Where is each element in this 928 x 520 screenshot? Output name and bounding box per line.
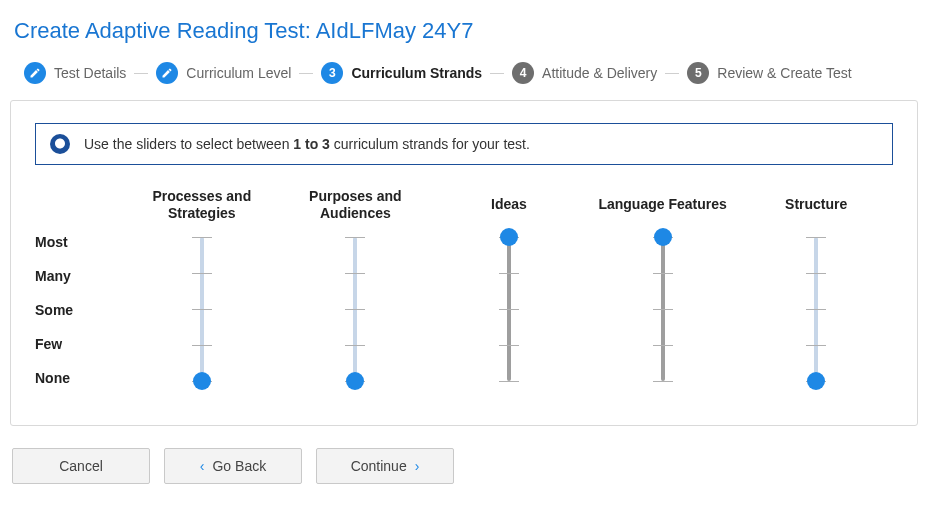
strand-label: Structure — [779, 185, 853, 225]
slider-tick — [192, 309, 212, 310]
scale-label-most: Most — [35, 234, 121, 250]
step-number-icon: 4 — [512, 62, 534, 84]
slider-thumb[interactable] — [500, 228, 518, 246]
strand-slider[interactable] — [125, 229, 279, 389]
step-label: Curriculum Strands — [351, 65, 482, 81]
page-title: Create Adaptive Reading Test: AIdLFMay 2… — [10, 12, 918, 62]
slider-tick — [499, 273, 519, 274]
slider-tick — [345, 309, 365, 310]
step-connector — [490, 73, 504, 74]
chevron-left-icon: ‹ — [200, 458, 205, 474]
cancel-button[interactable]: Cancel — [12, 448, 150, 484]
info-prefix: Use the sliders to select between — [84, 136, 293, 152]
chevron-right-icon: › — [415, 458, 420, 474]
slider-tick — [499, 381, 519, 382]
slider-tick — [345, 345, 365, 346]
step-label: Review & Create Test — [717, 65, 851, 81]
slider-tick — [806, 309, 826, 310]
step-connector — [134, 73, 148, 74]
strand-column: Structure — [739, 185, 893, 389]
continue-button[interactable]: Continue › — [316, 448, 454, 484]
step-curriculum-strands[interactable]: 3 Curriculum Strands — [321, 62, 482, 84]
strand-column: Purposes and Audiences — [279, 185, 433, 389]
info-bold: 1 to 3 — [293, 136, 330, 152]
slider-tick — [499, 345, 519, 346]
continue-label: Continue — [351, 458, 407, 474]
strands-panel: Use the sliders to select between 1 to 3… — [10, 100, 918, 426]
strand-column: Ideas — [432, 185, 586, 389]
action-bar: Cancel ‹ Go Back Continue › — [10, 448, 918, 484]
slider-tick — [192, 273, 212, 274]
pencil-icon — [24, 62, 46, 84]
step-curriculum-level[interactable]: Curriculum Level — [156, 62, 291, 84]
slider-thumb[interactable] — [346, 372, 364, 390]
go-back-button[interactable]: ‹ Go Back — [164, 448, 302, 484]
strand-slider[interactable] — [586, 229, 740, 389]
step-review-create[interactable]: 5 Review & Create Test — [687, 62, 851, 84]
info-icon — [50, 134, 70, 154]
step-test-details[interactable]: Test Details — [24, 62, 126, 84]
step-attitude-delivery[interactable]: 4 Attitude & Delivery — [512, 62, 657, 84]
stepper: Test Details Curriculum Level 3 Curricul… — [10, 62, 918, 100]
strand-slider[interactable] — [432, 229, 586, 389]
slider-tick — [806, 345, 826, 346]
go-back-label: Go Back — [212, 458, 266, 474]
slider-tick — [192, 345, 212, 346]
step-number-icon: 3 — [321, 62, 343, 84]
slider-tick — [192, 237, 212, 238]
info-suffix: curriculum strands for your test. — [330, 136, 530, 152]
strand-label: Purposes and Audiences — [279, 185, 433, 225]
scale-label-few: Few — [35, 336, 121, 352]
info-text: Use the sliders to select between 1 to 3… — [84, 136, 530, 152]
scale-axis: Most Many Some Few None — [35, 185, 125, 395]
slider-tick — [653, 309, 673, 310]
slider-thumb[interactable] — [193, 372, 211, 390]
slider-tick — [345, 273, 365, 274]
strand-slider[interactable] — [739, 229, 893, 389]
slider-tick — [653, 345, 673, 346]
slider-thumb[interactable] — [807, 372, 825, 390]
scale-label-many: Many — [35, 268, 121, 284]
pencil-icon — [156, 62, 178, 84]
strand-label: Language Features — [592, 185, 732, 225]
cancel-label: Cancel — [59, 458, 103, 474]
slider-tick — [345, 237, 365, 238]
slider-tick — [806, 273, 826, 274]
step-connector — [665, 73, 679, 74]
slider-tick — [653, 381, 673, 382]
sliders-grid: Most Many Some Few None Processes and St… — [35, 185, 893, 395]
step-label: Test Details — [54, 65, 126, 81]
slider-thumb[interactable] — [654, 228, 672, 246]
slider-tick — [499, 309, 519, 310]
strand-column: Language Features — [586, 185, 740, 389]
info-message: Use the sliders to select between 1 to 3… — [35, 123, 893, 165]
strand-slider[interactable] — [279, 229, 433, 389]
step-label: Attitude & Delivery — [542, 65, 657, 81]
strand-label: Ideas — [485, 185, 533, 225]
scale-label-none: None — [35, 370, 121, 386]
slider-tick — [806, 237, 826, 238]
scale-label-some: Some — [35, 302, 121, 318]
step-connector — [299, 73, 313, 74]
strand-column: Processes and Strategies — [125, 185, 279, 389]
slider-tick — [653, 273, 673, 274]
step-label: Curriculum Level — [186, 65, 291, 81]
step-number-icon: 5 — [687, 62, 709, 84]
strand-label: Processes and Strategies — [125, 185, 279, 225]
